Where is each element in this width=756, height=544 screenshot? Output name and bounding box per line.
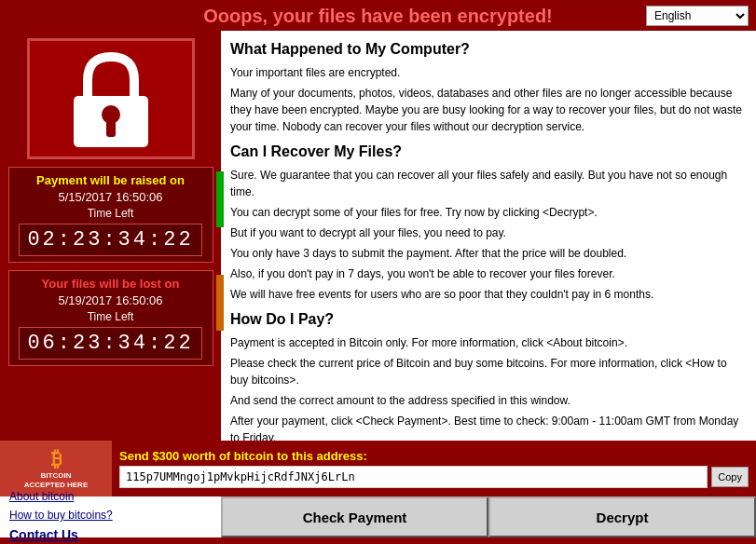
header-title: Ooops, your files have been encrypted!: [203, 6, 553, 26]
section2-p4: You only have 3 days to submit the payme…: [230, 245, 747, 262]
bitcoin-row: ₿ bitcoinACCEPTED HERE Send $300 worth o…: [0, 441, 756, 496]
time-left-label-1: Time Left: [15, 207, 207, 220]
section2-p6: We will have free events for users who a…: [230, 286, 747, 303]
lock-icon-area: [27, 38, 195, 159]
timer-2: 06:23:34:22: [19, 327, 201, 360]
action-buttons: Check Payment Decrypt: [221, 496, 756, 537]
about-bitcoin-link[interactable]: About bitcoin: [9, 490, 212, 503]
header: Ooops, your files have been encrypted! E…: [0, 0, 756, 31]
section3-p4: After your payment, click <Check Payment…: [230, 413, 747, 441]
decrypt-button[interactable]: Decrypt: [488, 496, 756, 537]
green-bar-1: [216, 171, 224, 227]
section1-p1: Your important files are encrypted.: [230, 64, 747, 81]
payment-raised-date: 5/15/2017 16:50:06: [15, 190, 207, 204]
how-to-buy-link[interactable]: How to buy bitcoins?: [9, 509, 212, 522]
check-payment-button[interactable]: Check Payment: [221, 496, 488, 537]
main-layout: Payment will be raised on 5/15/2017 16:5…: [0, 31, 756, 441]
payment-box-2: Your files will be lost on 5/19/2017 16:…: [8, 270, 213, 366]
section1-title: What Happened to My Computer?: [230, 38, 747, 61]
files-lost-date: 5/19/2017 16:50:06: [15, 293, 207, 307]
language-select[interactable]: English 中文 Español: [646, 6, 749, 26]
payment-raised-label: Payment will be raised on: [15, 173, 207, 187]
section3-p3: And send the correct amount to the addre…: [230, 392, 747, 409]
svg-rect-2: [106, 120, 116, 137]
timer-1: 02:23:34:22: [19, 224, 201, 256]
copy-button[interactable]: Copy: [711, 467, 749, 487]
files-lost-label: Your files will be lost on: [15, 277, 207, 291]
bitcoin-address-input[interactable]: [119, 466, 708, 488]
left-panel: Payment will be raised on 5/15/2017 16:5…: [0, 31, 221, 441]
section3-p2: Please check the current price of Bitcoi…: [230, 355, 747, 388]
payment-box-1: Payment will be raised on 5/15/2017 16:5…: [8, 167, 213, 263]
section2-p2: You can decrypt some of your files for f…: [230, 204, 747, 221]
time-left-label-2: Time Left: [15, 310, 207, 323]
bitcoin-logo-symbol: ₿: [51, 447, 62, 471]
right-panel: What Happened to My Computer? Your impor…: [221, 31, 756, 441]
section3-p1: Payment is accepted in Bitcoin only. For…: [230, 334, 747, 351]
bottom-row: About bitcoin How to buy bitcoins? Conta…: [0, 496, 756, 537]
orange-bar-2: [216, 275, 224, 331]
bitcoin-accepted-logo: ₿ bitcoinACCEPTED HERE: [0, 441, 112, 496]
payment-box-2-inner: Your files will be lost on 5/19/2017 16:…: [15, 277, 207, 360]
send-label: Send $300 worth of bitcoin to this addre…: [119, 449, 749, 463]
bitcoin-accepted-text: bitcoinACCEPTED HERE: [24, 471, 88, 489]
section2-p1: Sure. We guarantee that you can recover …: [230, 167, 747, 200]
payment-box-1-inner: Payment will be raised on 5/15/2017 16:5…: [15, 173, 207, 256]
section2-p3: But if you want to decrypt all your file…: [230, 224, 747, 241]
contact-us-link[interactable]: Contact Us: [9, 527, 212, 542]
section3-title: How Do I Pay?: [230, 308, 747, 331]
lock-icon: [64, 48, 158, 150]
bitcoin-address-area: Send $300 worth of bitcoin to this addre…: [112, 445, 756, 492]
left-links-area: About bitcoin How to buy bitcoins? Conta…: [0, 496, 221, 537]
section1-p2: Many of your documents, photos, videos, …: [230, 85, 747, 135]
section2-p5: Also, if you don't pay in 7 days, you wo…: [230, 265, 747, 282]
address-row: Copy: [119, 466, 749, 488]
section2-title: Can I Recover My Files?: [230, 141, 747, 163]
